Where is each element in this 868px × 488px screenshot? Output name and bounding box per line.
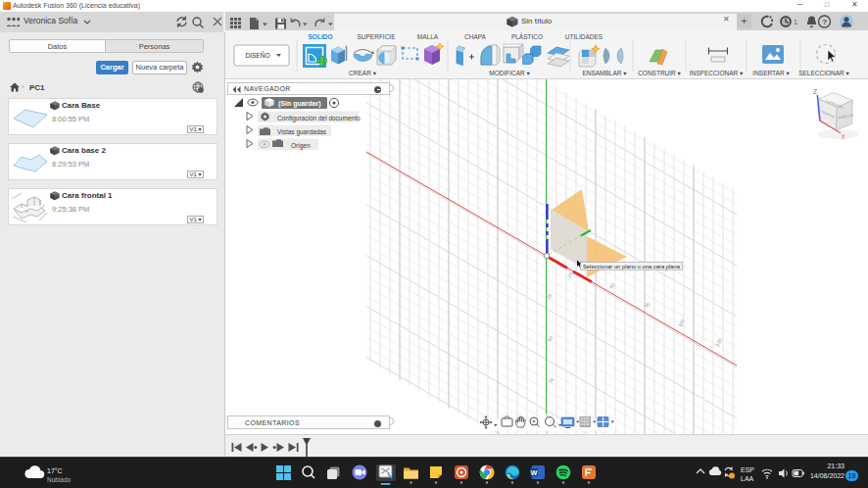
svg-text:Vistas guardadas: Vistas guardadas: [277, 128, 327, 136]
svg-text:ENSAMBLAR ▾: ENSAMBLAR ▾: [582, 70, 627, 76]
svg-text:PLÁSTICO: PLÁSTICO: [511, 32, 543, 40]
svg-text:CONSTRUIR ▾: CONSTRUIR ▾: [638, 70, 681, 76]
svg-text:Nublado: Nublado: [47, 476, 72, 483]
svg-text:X: X: [842, 133, 846, 140]
svg-text:1: 1: [794, 19, 797, 25]
svg-text:INSERTAR ▾: INSERTAR ▾: [752, 70, 790, 76]
svg-text:SUPERFICIE: SUPERFICIE: [357, 33, 396, 40]
svg-text:17°C: 17°C: [47, 467, 63, 474]
svg-text:CREAR ▾: CREAR ▾: [349, 70, 377, 76]
svg-text:Seleccionar un plano o una car: Seleccionar un plano o una cara plana: [583, 264, 681, 269]
svg-text:DISEÑO: DISEÑO: [246, 51, 270, 59]
svg-text:CHAPA: CHAPA: [464, 33, 487, 40]
svg-text:Z: Z: [813, 88, 817, 95]
svg-text:W: W: [531, 469, 538, 476]
svg-text:(Sin guardar): (Sin guardar): [278, 100, 321, 108]
svg-text:?: ?: [822, 18, 827, 26]
svg-text:Origen: Origen: [291, 142, 311, 150]
svg-text:SOLIDO: SOLIDO: [309, 33, 333, 40]
svg-text:MALLA: MALLA: [417, 33, 439, 40]
svg-text:ESP: ESP: [741, 466, 754, 473]
svg-text:INSPECCIONAR ▾: INSPECCIONAR ▾: [690, 70, 744, 76]
svg-text:UTILIDADES: UTILIDADES: [565, 33, 603, 40]
svg-text:MODIFICAR ▾: MODIFICAR ▾: [489, 70, 530, 76]
svg-text:LAA: LAA: [741, 475, 754, 482]
svg-text:SELECCIONAR ▾: SELECCIONAR ▾: [798, 70, 849, 76]
svg-text:Configuración del documento: Configuración del documento: [277, 115, 361, 122]
